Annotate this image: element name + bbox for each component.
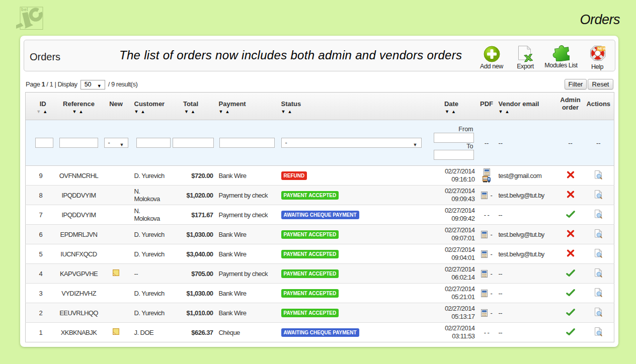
svg-text:NEW: NEW bbox=[598, 47, 606, 50]
svg-text:bel: bel bbox=[21, 7, 28, 12]
